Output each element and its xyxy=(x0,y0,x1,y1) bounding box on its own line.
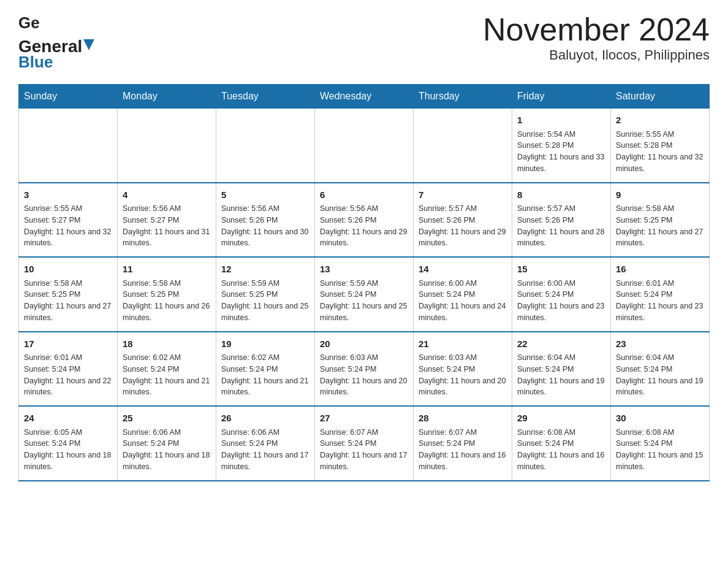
day-number: 5 xyxy=(221,188,309,202)
calendar-cell: 8Sunrise: 5:57 AMSunset: 5:26 PMDaylight… xyxy=(512,183,611,258)
day-number: 25 xyxy=(123,412,211,426)
day-number: 9 xyxy=(616,188,704,202)
calendar-cell: 12Sunrise: 5:59 AMSunset: 5:25 PMDayligh… xyxy=(216,257,315,332)
calendar-cell: 6Sunrise: 5:56 AMSunset: 5:26 PMDaylight… xyxy=(315,183,414,258)
page-subtitle: Baluyot, Ilocos, Philippines xyxy=(483,47,710,63)
day-info: Sunrise: 6:01 AMSunset: 5:24 PMDaylight:… xyxy=(616,278,704,324)
calendar-cell: 23Sunrise: 6:04 AMSunset: 5:24 PMDayligh… xyxy=(611,332,710,407)
day-info: Sunrise: 6:04 AMSunset: 5:24 PMDaylight:… xyxy=(616,352,704,398)
day-info: Sunrise: 5:56 AMSunset: 5:27 PMDaylight:… xyxy=(123,203,211,249)
day-number: 14 xyxy=(419,262,507,277)
calendar-cell: 30Sunrise: 6:08 AMSunset: 5:24 PMDayligh… xyxy=(611,406,710,481)
day-of-week-header: Tuesday xyxy=(216,85,315,109)
logo-triangle-icon xyxy=(83,39,94,53)
calendar-cell: 26Sunrise: 6:06 AMSunset: 5:24 PMDayligh… xyxy=(216,406,315,481)
day-info: Sunrise: 6:07 AMSunset: 5:24 PMDaylight:… xyxy=(320,427,408,473)
day-info: Sunrise: 5:55 AMSunset: 5:28 PMDaylight:… xyxy=(616,129,704,175)
day-info: Sunrise: 5:59 AMSunset: 5:25 PMDaylight:… xyxy=(221,278,309,324)
page-title: November 2024 xyxy=(483,12,710,47)
calendar-cell: 5Sunrise: 5:56 AMSunset: 5:26 PMDaylight… xyxy=(216,183,315,258)
calendar-cell: 25Sunrise: 6:06 AMSunset: 5:24 PMDayligh… xyxy=(118,406,216,481)
day-of-week-header: Friday xyxy=(512,85,611,109)
day-number: 29 xyxy=(517,412,605,426)
day-info: Sunrise: 6:08 AMSunset: 5:24 PMDaylight:… xyxy=(616,427,704,473)
day-info: Sunrise: 5:56 AMSunset: 5:26 PMDaylight:… xyxy=(320,203,408,249)
day-number: 10 xyxy=(24,262,112,277)
day-info: Sunrise: 6:05 AMSunset: 5:24 PMDaylight:… xyxy=(24,427,112,473)
day-info: Sunrise: 6:06 AMSunset: 5:24 PMDaylight:… xyxy=(221,427,309,473)
day-number: 26 xyxy=(221,412,309,426)
day-number: 2 xyxy=(616,113,704,128)
calendar-cell: 7Sunrise: 5:57 AMSunset: 5:26 PMDaylight… xyxy=(414,183,512,258)
calendar-cell: 21Sunrise: 6:03 AMSunset: 5:24 PMDayligh… xyxy=(414,332,512,407)
calendar-cell xyxy=(216,109,315,183)
calendar-cell: 2Sunrise: 5:55 AMSunset: 5:28 PMDaylight… xyxy=(611,109,710,183)
day-number: 16 xyxy=(616,262,704,277)
day-info: Sunrise: 6:03 AMSunset: 5:24 PMDaylight:… xyxy=(419,352,507,398)
day-number: 6 xyxy=(320,188,408,202)
calendar-cell: 10Sunrise: 5:58 AMSunset: 5:25 PMDayligh… xyxy=(19,257,118,332)
day-number: 1 xyxy=(517,113,605,128)
day-info: Sunrise: 6:02 AMSunset: 5:24 PMDaylight:… xyxy=(221,352,309,398)
calendar-cell: 14Sunrise: 6:00 AMSunset: 5:24 PMDayligh… xyxy=(414,257,512,332)
page-header: General General Blue November 2024 Baluy… xyxy=(18,12,710,72)
day-of-week-header: Sunday xyxy=(19,85,118,109)
day-number: 17 xyxy=(24,337,112,351)
calendar-cell: 18Sunrise: 6:02 AMSunset: 5:24 PMDayligh… xyxy=(118,332,216,407)
day-info: Sunrise: 5:57 AMSunset: 5:26 PMDaylight:… xyxy=(419,203,507,249)
calendar-cell: 4Sunrise: 5:56 AMSunset: 5:27 PMDaylight… xyxy=(118,183,216,258)
day-number: 21 xyxy=(419,337,507,351)
day-number: 30 xyxy=(616,412,704,426)
calendar-table: SundayMondayTuesdayWednesdayThursdayFrid… xyxy=(18,84,710,481)
calendar-cell xyxy=(315,109,414,183)
calendar-cell: 15Sunrise: 6:00 AMSunset: 5:24 PMDayligh… xyxy=(512,257,611,332)
calendar-cell: 1Sunrise: 5:54 AMSunset: 5:28 PMDaylight… xyxy=(512,109,611,183)
calendar-cell: 27Sunrise: 6:07 AMSunset: 5:24 PMDayligh… xyxy=(315,406,414,481)
day-info: Sunrise: 6:01 AMSunset: 5:24 PMDaylight:… xyxy=(24,352,112,398)
day-info: Sunrise: 6:02 AMSunset: 5:24 PMDaylight:… xyxy=(123,352,211,398)
logo: General General Blue xyxy=(18,12,94,72)
title-area: November 2024 Baluyot, Ilocos, Philippin… xyxy=(483,12,710,63)
day-number: 20 xyxy=(320,337,408,351)
day-of-week-header: Saturday xyxy=(611,85,710,109)
calendar-cell: 20Sunrise: 6:03 AMSunset: 5:24 PMDayligh… xyxy=(315,332,414,407)
calendar-cell: 16Sunrise: 6:01 AMSunset: 5:24 PMDayligh… xyxy=(611,257,710,332)
calendar-cell: 17Sunrise: 6:01 AMSunset: 5:24 PMDayligh… xyxy=(19,332,118,407)
svg-text:General: General xyxy=(18,13,40,32)
calendar-cell xyxy=(414,109,512,183)
day-number: 8 xyxy=(517,188,605,202)
day-info: Sunrise: 6:00 AMSunset: 5:24 PMDaylight:… xyxy=(419,278,507,324)
day-number: 11 xyxy=(123,262,211,277)
day-info: Sunrise: 6:06 AMSunset: 5:24 PMDaylight:… xyxy=(123,427,211,473)
day-info: Sunrise: 5:58 AMSunset: 5:25 PMDaylight:… xyxy=(24,278,112,324)
day-number: 22 xyxy=(517,337,605,351)
day-of-week-header: Wednesday xyxy=(315,85,414,109)
svg-marker-1 xyxy=(83,39,94,50)
day-number: 23 xyxy=(616,337,704,351)
day-number: 3 xyxy=(24,188,112,202)
day-of-week-header: Thursday xyxy=(414,85,512,109)
day-info: Sunrise: 5:57 AMSunset: 5:26 PMDaylight:… xyxy=(517,203,605,249)
day-info: Sunrise: 6:08 AMSunset: 5:24 PMDaylight:… xyxy=(517,427,605,473)
calendar-cell: 28Sunrise: 6:07 AMSunset: 5:24 PMDayligh… xyxy=(414,406,512,481)
calendar-week-row: 1Sunrise: 5:54 AMSunset: 5:28 PMDaylight… xyxy=(19,109,710,183)
day-info: Sunrise: 5:58 AMSunset: 5:25 PMDaylight:… xyxy=(123,278,211,324)
day-info: Sunrise: 5:56 AMSunset: 5:26 PMDaylight:… xyxy=(221,203,309,249)
day-info: Sunrise: 5:58 AMSunset: 5:25 PMDaylight:… xyxy=(616,203,704,249)
day-info: Sunrise: 5:59 AMSunset: 5:24 PMDaylight:… xyxy=(320,278,408,324)
calendar-cell xyxy=(118,109,216,183)
day-number: 7 xyxy=(419,188,507,202)
day-info: Sunrise: 6:03 AMSunset: 5:24 PMDaylight:… xyxy=(320,352,408,398)
calendar-cell: 22Sunrise: 6:04 AMSunset: 5:24 PMDayligh… xyxy=(512,332,611,407)
calendar-header-row: SundayMondayTuesdayWednesdayThursdayFrid… xyxy=(19,85,710,109)
calendar-cell: 13Sunrise: 5:59 AMSunset: 5:24 PMDayligh… xyxy=(315,257,414,332)
calendar-week-row: 24Sunrise: 6:05 AMSunset: 5:24 PMDayligh… xyxy=(19,406,710,481)
logo-blue-text: Blue xyxy=(18,53,53,72)
day-number: 27 xyxy=(320,412,408,426)
day-info: Sunrise: 6:00 AMSunset: 5:24 PMDaylight:… xyxy=(517,278,605,324)
calendar-cell: 24Sunrise: 6:05 AMSunset: 5:24 PMDayligh… xyxy=(19,406,118,481)
calendar-cell: 11Sunrise: 5:58 AMSunset: 5:25 PMDayligh… xyxy=(118,257,216,332)
day-number: 24 xyxy=(24,412,112,426)
calendar-week-row: 17Sunrise: 6:01 AMSunset: 5:24 PMDayligh… xyxy=(19,332,710,407)
day-of-week-header: Monday xyxy=(118,85,216,109)
